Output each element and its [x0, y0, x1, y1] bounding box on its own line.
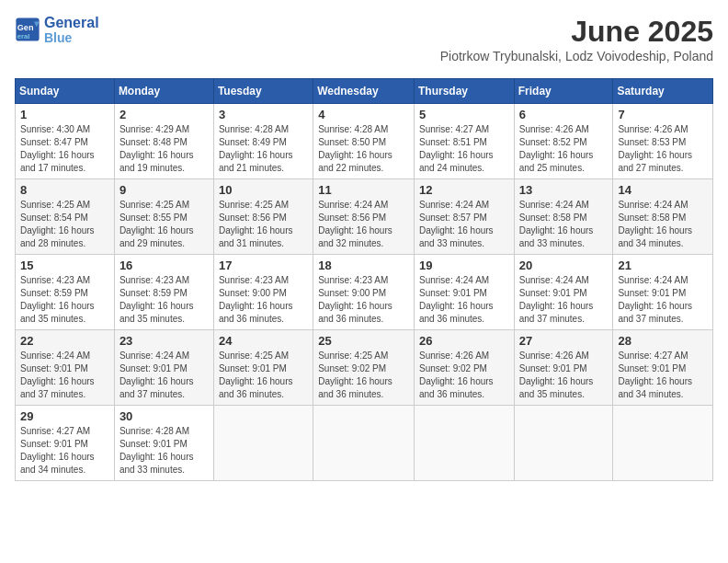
calendar-cell: 8Sunrise: 4:25 AM Sunset: 8:54 PM Daylig… [16, 179, 115, 255]
day-number: 8 [20, 183, 109, 197]
day-number: 25 [318, 334, 409, 348]
day-number: 10 [219, 183, 308, 197]
day-info: Sunrise: 4:24 AM Sunset: 8:56 PM Dayligh… [318, 199, 409, 250]
day-info: Sunrise: 4:24 AM Sunset: 9:01 PM Dayligh… [618, 274, 708, 326]
calendar-cell: 23Sunrise: 4:24 AM Sunset: 9:01 PM Dayli… [114, 330, 213, 406]
day-info: Sunrise: 4:26 AM Sunset: 9:01 PM Dayligh… [519, 350, 609, 401]
day-number: 17 [219, 259, 308, 272]
day-info: Sunrise: 4:25 AM Sunset: 8:54 PM Dayligh… [20, 199, 109, 250]
day-number: 29 [20, 409, 109, 423]
day-info: Sunrise: 4:24 AM Sunset: 8:58 PM Dayligh… [519, 199, 609, 250]
calendar-cell: 25Sunrise: 4:25 AM Sunset: 9:02 PM Dayli… [313, 330, 415, 406]
logo: Gen eral General Blue [15, 15, 99, 45]
day-info: Sunrise: 4:24 AM Sunset: 8:58 PM Dayligh… [618, 199, 708, 250]
column-header-sunday: Sunday [16, 79, 115, 104]
calendar-cell: 7Sunrise: 4:26 AM Sunset: 8:53 PM Daylig… [613, 104, 713, 179]
day-info: Sunrise: 4:24 AM Sunset: 9:01 PM Dayligh… [519, 274, 609, 326]
day-number: 15 [20, 259, 109, 272]
calendar-cell: 10Sunrise: 4:25 AM Sunset: 8:56 PM Dayli… [213, 179, 313, 255]
day-number: 7 [618, 108, 708, 121]
day-number: 16 [119, 259, 209, 272]
calendar-table: SundayMondayTuesdayWednesdayThursdayFrid… [15, 78, 713, 481]
calendar-week-4: 22Sunrise: 4:24 AM Sunset: 9:01 PM Dayli… [16, 330, 713, 406]
day-number: 11 [318, 183, 409, 197]
calendar-cell: 1Sunrise: 4:30 AM Sunset: 8:47 PM Daylig… [16, 104, 115, 179]
calendar-cell: 11Sunrise: 4:24 AM Sunset: 8:56 PM Dayli… [313, 179, 415, 255]
calendar-cell: 12Sunrise: 4:24 AM Sunset: 8:57 PM Dayli… [414, 179, 514, 255]
day-info: Sunrise: 4:24 AM Sunset: 9:01 PM Dayligh… [119, 350, 209, 401]
calendar-cell: 16Sunrise: 4:23 AM Sunset: 8:59 PM Dayli… [114, 255, 213, 330]
calendar-cell: 27Sunrise: 4:26 AM Sunset: 9:01 PM Dayli… [514, 330, 613, 406]
day-number: 19 [419, 259, 509, 272]
calendar-cell: 28Sunrise: 4:27 AM Sunset: 9:01 PM Dayli… [613, 330, 713, 406]
day-number: 24 [219, 334, 308, 348]
day-info: Sunrise: 4:23 AM Sunset: 9:00 PM Dayligh… [219, 274, 308, 326]
calendar-cell [213, 406, 313, 481]
day-number: 14 [618, 183, 708, 197]
day-number: 27 [519, 334, 609, 348]
day-info: Sunrise: 4:23 AM Sunset: 8:59 PM Dayligh… [119, 274, 209, 326]
calendar-cell: 6Sunrise: 4:26 AM Sunset: 8:52 PM Daylig… [514, 104, 613, 179]
day-number: 4 [318, 108, 409, 121]
title-section: June 2025 Piotrkow Trybunalski, Lodz Voi… [440, 15, 713, 73]
column-header-friday: Friday [514, 79, 613, 104]
calendar-cell: 5Sunrise: 4:27 AM Sunset: 8:51 PM Daylig… [414, 104, 514, 179]
day-number: 18 [318, 259, 409, 272]
calendar-cell: 15Sunrise: 4:23 AM Sunset: 8:59 PM Dayli… [16, 255, 115, 330]
calendar-cell: 2Sunrise: 4:29 AM Sunset: 8:48 PM Daylig… [114, 104, 213, 179]
column-header-monday: Monday [114, 79, 213, 104]
day-number: 5 [419, 108, 509, 121]
column-header-tuesday: Tuesday [213, 79, 313, 104]
day-number: 1 [20, 108, 109, 121]
day-number: 2 [119, 108, 209, 121]
day-info: Sunrise: 4:26 AM Sunset: 9:02 PM Dayligh… [419, 350, 509, 401]
calendar-cell: 17Sunrise: 4:23 AM Sunset: 9:00 PM Dayli… [213, 255, 313, 330]
day-info: Sunrise: 4:28 AM Sunset: 8:49 PM Dayligh… [219, 123, 308, 175]
calendar-cell: 19Sunrise: 4:24 AM Sunset: 9:01 PM Dayli… [414, 255, 514, 330]
calendar-cell: 21Sunrise: 4:24 AM Sunset: 9:01 PM Dayli… [613, 255, 713, 330]
column-header-wednesday: Wednesday [313, 79, 415, 104]
month-title: June 2025 [440, 15, 713, 49]
day-number: 23 [119, 334, 209, 348]
day-info: Sunrise: 4:25 AM Sunset: 8:55 PM Dayligh… [119, 199, 209, 250]
calendar-week-2: 8Sunrise: 4:25 AM Sunset: 8:54 PM Daylig… [16, 179, 713, 255]
calendar-cell: 13Sunrise: 4:24 AM Sunset: 8:58 PM Dayli… [514, 179, 613, 255]
day-info: Sunrise: 4:27 AM Sunset: 9:01 PM Dayligh… [618, 350, 708, 401]
calendar-cell: 22Sunrise: 4:24 AM Sunset: 9:01 PM Dayli… [16, 330, 115, 406]
logo-icon: Gen eral [15, 17, 40, 42]
day-info: Sunrise: 4:28 AM Sunset: 9:01 PM Dayligh… [119, 425, 209, 477]
calendar-week-1: 1Sunrise: 4:30 AM Sunset: 8:47 PM Daylig… [16, 104, 713, 179]
day-number: 30 [119, 409, 209, 423]
day-info: Sunrise: 4:25 AM Sunset: 9:01 PM Dayligh… [219, 350, 308, 401]
day-info: Sunrise: 4:28 AM Sunset: 8:50 PM Dayligh… [318, 123, 409, 175]
day-info: Sunrise: 4:26 AM Sunset: 8:52 PM Dayligh… [519, 123, 609, 175]
calendar-cell: 24Sunrise: 4:25 AM Sunset: 9:01 PM Dayli… [213, 330, 313, 406]
day-number: 6 [519, 108, 609, 121]
day-number: 21 [618, 259, 708, 272]
calendar-cell: 4Sunrise: 4:28 AM Sunset: 8:50 PM Daylig… [313, 104, 415, 179]
calendar-cell: 29Sunrise: 4:27 AM Sunset: 9:01 PM Dayli… [16, 406, 115, 481]
day-info: Sunrise: 4:25 AM Sunset: 8:56 PM Dayligh… [219, 199, 308, 250]
day-number: 9 [119, 183, 209, 197]
day-number: 13 [519, 183, 609, 197]
day-info: Sunrise: 4:30 AM Sunset: 8:47 PM Dayligh… [20, 123, 109, 175]
calendar-week-5: 29Sunrise: 4:27 AM Sunset: 9:01 PM Dayli… [16, 406, 713, 481]
day-info: Sunrise: 4:29 AM Sunset: 8:48 PM Dayligh… [119, 123, 209, 175]
calendar-cell: 14Sunrise: 4:24 AM Sunset: 8:58 PM Dayli… [613, 179, 713, 255]
location-title: Piotrkow Trybunalski, Lodz Voivodeship, … [440, 49, 713, 63]
svg-text:Gen: Gen [17, 24, 34, 33]
column-header-thursday: Thursday [414, 79, 514, 104]
calendar-cell: 20Sunrise: 4:24 AM Sunset: 9:01 PM Dayli… [514, 255, 613, 330]
calendar-cell [414, 406, 514, 481]
day-number: 20 [519, 259, 609, 272]
logo-line1: General [44, 15, 99, 31]
calendar-cell: 18Sunrise: 4:23 AM Sunset: 9:00 PM Dayli… [313, 255, 415, 330]
calendar-cell: 9Sunrise: 4:25 AM Sunset: 8:55 PM Daylig… [114, 179, 213, 255]
day-info: Sunrise: 4:23 AM Sunset: 9:00 PM Dayligh… [318, 274, 409, 326]
day-number: 12 [419, 183, 509, 197]
day-info: Sunrise: 4:24 AM Sunset: 9:01 PM Dayligh… [419, 274, 509, 326]
day-info: Sunrise: 4:24 AM Sunset: 9:01 PM Dayligh… [20, 350, 109, 401]
calendar-cell: 26Sunrise: 4:26 AM Sunset: 9:02 PM Dayli… [414, 330, 514, 406]
day-info: Sunrise: 4:27 AM Sunset: 8:51 PM Dayligh… [419, 123, 509, 175]
day-number: 26 [419, 334, 509, 348]
